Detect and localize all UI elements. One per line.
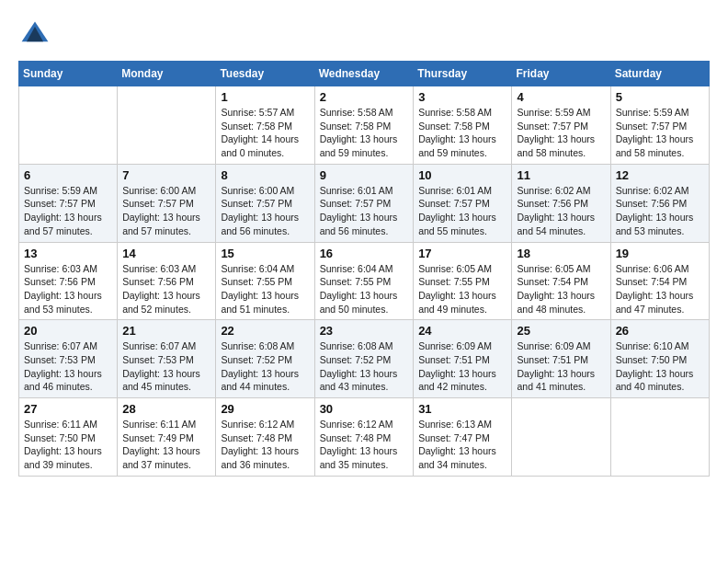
calendar-cell: 17Sunrise: 6:05 AM Sunset: 7:55 PM Dayli…: [414, 242, 512, 320]
day-number: 7: [122, 168, 210, 182]
calendar-cell: 8Sunrise: 6:00 AM Sunset: 7:57 PM Daylig…: [216, 164, 314, 242]
day-number: 24: [418, 324, 506, 338]
day-info: Sunrise: 6:08 AM Sunset: 7:52 PM Dayligh…: [320, 339, 409, 394]
day-number: 5: [616, 90, 704, 104]
weekday-header-tuesday: Tuesday: [216, 62, 314, 86]
calendar-cell: 13Sunrise: 6:03 AM Sunset: 7:56 PM Dayli…: [19, 242, 118, 320]
day-number: 6: [24, 168, 112, 182]
weekday-header-saturday: Saturday: [610, 62, 709, 86]
calendar-cell: 25Sunrise: 6:09 AM Sunset: 7:51 PM Dayli…: [512, 320, 610, 398]
calendar-cell: 12Sunrise: 6:02 AM Sunset: 7:56 PM Dayli…: [610, 164, 709, 242]
calendar-cell: 5Sunrise: 5:59 AM Sunset: 7:57 PM Daylig…: [610, 86, 709, 165]
page-header: [18, 18, 710, 52]
week-row-5: 27Sunrise: 6:11 AM Sunset: 7:50 PM Dayli…: [19, 398, 710, 477]
day-number: 22: [221, 324, 309, 338]
day-number: 8: [221, 168, 309, 182]
day-number: 27: [24, 402, 112, 416]
day-info: Sunrise: 6:05 AM Sunset: 7:55 PM Dayligh…: [418, 262, 506, 316]
calendar-cell: [118, 86, 216, 165]
day-info: Sunrise: 6:11 AM Sunset: 7:50 PM Dayligh…: [24, 418, 112, 472]
day-info: Sunrise: 5:59 AM Sunset: 7:57 PM Dayligh…: [616, 106, 704, 160]
day-info: Sunrise: 6:02 AM Sunset: 7:56 PM Dayligh…: [616, 184, 704, 238]
day-info: Sunrise: 6:02 AM Sunset: 7:56 PM Dayligh…: [517, 184, 605, 238]
day-number: 30: [320, 402, 409, 416]
calendar-cell: 1Sunrise: 5:57 AM Sunset: 7:58 PM Daylig…: [216, 86, 314, 165]
day-info: Sunrise: 6:07 AM Sunset: 7:53 PM Dayligh…: [122, 339, 210, 394]
day-info: Sunrise: 6:03 AM Sunset: 7:56 PM Dayligh…: [24, 262, 112, 316]
calendar-cell: 11Sunrise: 6:02 AM Sunset: 7:56 PM Dayli…: [512, 164, 610, 242]
logo-icon: [18, 18, 51, 52]
day-number: 10: [418, 168, 506, 182]
calendar-cell: [512, 398, 610, 477]
weekday-header-thursday: Thursday: [414, 62, 512, 86]
calendar-cell: 23Sunrise: 6:08 AM Sunset: 7:52 PM Dayli…: [314, 320, 414, 398]
calendar-cell: 22Sunrise: 6:08 AM Sunset: 7:52 PM Dayli…: [216, 320, 314, 398]
calendar-cell: [610, 398, 709, 477]
weekday-header-row: SundayMondayTuesdayWednesdayThursdayFrid…: [19, 62, 710, 86]
calendar-cell: 29Sunrise: 6:12 AM Sunset: 7:48 PM Dayli…: [216, 398, 314, 477]
calendar-cell: 16Sunrise: 6:04 AM Sunset: 7:55 PM Dayli…: [314, 242, 414, 320]
day-number: 19: [616, 247, 704, 260]
day-info: Sunrise: 6:12 AM Sunset: 7:48 PM Dayligh…: [320, 418, 409, 472]
day-info: Sunrise: 6:04 AM Sunset: 7:55 PM Dayligh…: [320, 262, 409, 316]
calendar-cell: 9Sunrise: 6:01 AM Sunset: 7:57 PM Daylig…: [314, 164, 414, 242]
day-info: Sunrise: 6:09 AM Sunset: 7:51 PM Dayligh…: [418, 339, 506, 394]
calendar-cell: 14Sunrise: 6:03 AM Sunset: 7:56 PM Dayli…: [118, 242, 216, 320]
day-number: 1: [221, 90, 309, 104]
day-info: Sunrise: 5:57 AM Sunset: 7:58 PM Dayligh…: [221, 106, 309, 160]
weekday-header-sunday: Sunday: [19, 62, 118, 86]
weekday-header-friday: Friday: [512, 62, 610, 86]
day-info: Sunrise: 6:06 AM Sunset: 7:54 PM Dayligh…: [616, 262, 704, 316]
calendar-cell: 28Sunrise: 6:11 AM Sunset: 7:49 PM Dayli…: [118, 398, 216, 477]
weekday-header-wednesday: Wednesday: [314, 62, 414, 86]
day-number: 26: [616, 324, 704, 338]
day-number: 20: [24, 324, 112, 338]
day-info: Sunrise: 6:04 AM Sunset: 7:55 PM Dayligh…: [221, 262, 309, 316]
calendar-cell: [19, 86, 118, 165]
calendar-cell: 4Sunrise: 5:59 AM Sunset: 7:57 PM Daylig…: [512, 86, 610, 165]
day-number: 13: [24, 247, 112, 260]
day-number: 29: [221, 402, 309, 416]
day-info: Sunrise: 6:03 AM Sunset: 7:56 PM Dayligh…: [122, 262, 210, 316]
day-number: 12: [616, 168, 704, 182]
calendar-cell: 15Sunrise: 6:04 AM Sunset: 7:55 PM Dayli…: [216, 242, 314, 320]
day-number: 11: [517, 168, 605, 182]
day-info: Sunrise: 6:09 AM Sunset: 7:51 PM Dayligh…: [517, 339, 605, 394]
day-info: Sunrise: 5:59 AM Sunset: 7:57 PM Dayligh…: [517, 106, 605, 160]
day-info: Sunrise: 6:00 AM Sunset: 7:57 PM Dayligh…: [122, 184, 210, 238]
calendar-cell: 21Sunrise: 6:07 AM Sunset: 7:53 PM Dayli…: [118, 320, 216, 398]
calendar-cell: 19Sunrise: 6:06 AM Sunset: 7:54 PM Dayli…: [610, 242, 709, 320]
week-row-3: 13Sunrise: 6:03 AM Sunset: 7:56 PM Dayli…: [19, 242, 710, 320]
day-number: 14: [122, 247, 210, 260]
day-number: 9: [320, 168, 409, 182]
calendar-cell: 18Sunrise: 6:05 AM Sunset: 7:54 PM Dayli…: [512, 242, 610, 320]
day-number: 21: [122, 324, 210, 338]
day-info: Sunrise: 6:01 AM Sunset: 7:57 PM Dayligh…: [418, 184, 506, 238]
day-info: Sunrise: 6:13 AM Sunset: 7:47 PM Dayligh…: [418, 418, 506, 472]
day-number: 2: [320, 90, 409, 104]
week-row-1: 1Sunrise: 5:57 AM Sunset: 7:58 PM Daylig…: [19, 86, 710, 165]
day-number: 15: [221, 247, 309, 260]
calendar-cell: 2Sunrise: 5:58 AM Sunset: 7:58 PM Daylig…: [314, 86, 414, 165]
day-info: Sunrise: 6:11 AM Sunset: 7:49 PM Dayligh…: [122, 418, 210, 472]
day-info: Sunrise: 6:07 AM Sunset: 7:53 PM Dayligh…: [24, 339, 112, 394]
calendar-table: SundayMondayTuesdayWednesdayThursdayFrid…: [18, 61, 710, 477]
calendar-cell: 27Sunrise: 6:11 AM Sunset: 7:50 PM Dayli…: [19, 398, 118, 477]
day-info: Sunrise: 5:58 AM Sunset: 7:58 PM Dayligh…: [320, 106, 409, 160]
calendar-cell: 3Sunrise: 5:58 AM Sunset: 7:58 PM Daylig…: [414, 86, 512, 165]
day-number: 28: [122, 402, 210, 416]
day-info: Sunrise: 5:58 AM Sunset: 7:58 PM Dayligh…: [418, 106, 506, 160]
calendar-cell: 30Sunrise: 6:12 AM Sunset: 7:48 PM Dayli…: [314, 398, 414, 477]
day-info: Sunrise: 6:05 AM Sunset: 7:54 PM Dayligh…: [517, 262, 605, 316]
day-info: Sunrise: 6:00 AM Sunset: 7:57 PM Dayligh…: [221, 184, 309, 238]
day-number: 16: [320, 247, 409, 260]
day-number: 3: [418, 90, 506, 104]
calendar-cell: 31Sunrise: 6:13 AM Sunset: 7:47 PM Dayli…: [414, 398, 512, 477]
day-info: Sunrise: 5:59 AM Sunset: 7:57 PM Dayligh…: [24, 184, 112, 238]
logo: [18, 18, 55, 52]
weekday-header-monday: Monday: [118, 62, 216, 86]
calendar-cell: 7Sunrise: 6:00 AM Sunset: 7:57 PM Daylig…: [118, 164, 216, 242]
day-info: Sunrise: 6:12 AM Sunset: 7:48 PM Dayligh…: [221, 418, 309, 472]
calendar-cell: 24Sunrise: 6:09 AM Sunset: 7:51 PM Dayli…: [414, 320, 512, 398]
week-row-4: 20Sunrise: 6:07 AM Sunset: 7:53 PM Dayli…: [19, 320, 710, 398]
